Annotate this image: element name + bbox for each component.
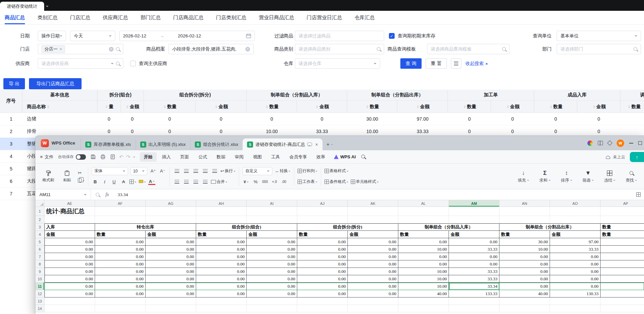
sheet-cell[interactable]: 40.00 [499,290,550,297]
sheet-cell[interactable] [601,268,644,275]
sheet-cell[interactable]: 0.00 [297,275,348,283]
sheet-cell[interactable]: 0.00 [44,268,95,275]
sheet-cell[interactable]: 0.00 [247,268,297,275]
sheet-cell[interactable]: 0.00 [499,283,550,290]
sheet-cell[interactable]: 0.00 [398,260,449,268]
sheet-cell[interactable] [348,305,398,312]
align-center-icon[interactable] [183,178,190,186]
goods-category-input[interactable]: 请选择商品类别 [295,44,384,54]
wps-menu-item-2[interactable]: 插入 [158,152,175,162]
print-icon[interactable] [100,154,105,159]
sheet-cell[interactable] [297,207,348,216]
sheet-cell[interactable]: 0.00 [398,238,449,246]
save-icon[interactable] [91,154,96,159]
sheet-cell[interactable]: 40.00 [398,290,449,297]
increase-decimal-icon[interactable]: +.0 [271,178,278,186]
sheet-cell[interactable] [601,216,644,223]
wps-ai-label[interactable]: WPS AI [340,154,356,159]
sheet-cell[interactable] [550,216,601,223]
sheet-cell[interactable]: 0.00 [95,260,146,268]
sheet-cell[interactable]: 0.00 [550,275,601,283]
sheet-cell[interactable]: 0.00 [297,268,348,275]
sheet-cell[interactable]: 97.00 [550,238,601,246]
fill-down-button[interactable]: ↓填充 [514,166,533,187]
sheet-cell[interactable]: 0.00 [44,290,95,297]
supplier-input[interactable]: 请选择供应商 [38,58,123,69]
sheet-header-cell[interactable]: 数量 [196,231,247,238]
sheet-cell[interactable] [601,238,644,246]
row-header-12[interactable]: 12 [35,290,44,297]
sortable-column-header[interactable]: 数量 [534,100,577,113]
sortable-column-header[interactable]: 数量 [448,100,491,113]
sheet-header-cell[interactable]: 转仓出库 [95,223,196,231]
sheet-cell[interactable]: 0.00 [550,253,601,260]
row-header-3[interactable]: 3 [35,223,44,231]
sheet-cell[interactable]: 0.00 [146,268,196,275]
sheet-cell[interactable] [146,305,196,312]
magnifier-icon[interactable] [96,193,99,196]
sortable-column-header[interactable]: 金额 [297,100,347,113]
sort-icon[interactable] [164,105,166,108]
date-range-picker[interactable]: 2026-02-12 → 2026-02-12 [119,31,255,41]
theme-icon[interactable] [587,140,593,146]
sheet-cell[interactable] [601,253,644,260]
sheet-cell[interactable] [348,297,398,305]
row-header-5[interactable]: 5 [35,238,44,246]
sheet-cell[interactable] [601,290,644,297]
row-header-11[interactable]: 11 [35,283,44,290]
decrease-decimal-icon[interactable]: .00 [280,178,287,186]
new-tab-button[interactable]: + [323,138,337,150]
sheet-cell[interactable]: 0.00 [348,290,398,297]
sheet-cell[interactable]: 0.00 [348,253,398,260]
wps-doc-tab-2[interactable]: S出入库明细 (5).xlsx [135,138,190,150]
department-input[interactable]: 请选择部门 [557,44,641,54]
sheet-cell[interactable]: 0.00 [196,253,247,260]
sheet-cell[interactable]: 10.00 [499,246,550,253]
valign-top-icon[interactable] [173,167,180,175]
sheet-header-cell[interactable]: 入库 [44,223,95,231]
goods-template-input[interactable]: 请选择商品查询模板 [427,44,510,54]
stock-checkbox-label[interactable]: 查询期初期末库存 [398,31,435,41]
sheet-cell[interactable] [449,207,499,216]
wps-doc-tab-1[interactable]: S库存调整单模板.xls [81,138,135,150]
row-header-7[interactable]: 7 [35,253,44,260]
font-increase-icon[interactable]: A⁺ [150,167,157,175]
sheet-cell[interactable]: 33.33 [550,246,601,253]
column-header-AM[interactable]: AM [449,200,499,207]
sheet-cell[interactable]: 0.00 [146,246,196,253]
sheet-cell[interactable] [95,305,146,312]
close-tab-icon[interactable]: × [315,142,318,147]
sortable-column-header[interactable]: 数量 [347,100,397,113]
sheet-cell[interactable] [550,305,601,312]
sheet-cell[interactable]: 0.00 [95,268,146,275]
sheet-cell[interactable]: 0.00 [449,253,499,260]
sheet-cell[interactable] [398,207,449,216]
sortable-column-header[interactable]: 数量 [144,100,195,113]
sheet-cell[interactable]: 0.00 [550,260,601,268]
align-left-icon[interactable] [173,178,180,186]
percent-icon[interactable]: % [252,178,259,186]
sheet-cell[interactable]: 33.33 [449,275,499,283]
sheet-cell[interactable]: 0.00 [297,290,348,297]
column-header-AH[interactable]: AH [196,200,247,207]
sheet-cell[interactable]: 0.00 [297,253,348,260]
sheet-cell[interactable] [499,207,550,216]
sheet-cell[interactable] [44,297,95,305]
sheet-cell[interactable]: 0.00 [95,283,146,290]
row-header-2[interactable]: 2 [35,216,44,223]
sheet-cell[interactable]: 33.33 [449,246,499,253]
sheet-cell[interactable] [297,305,348,312]
sheet-cell[interactable]: 0.00 [398,253,449,260]
font-size-select[interactable]: 10 [130,167,147,175]
sheet-cell[interactable] [95,216,146,223]
date-type-select[interactable]: 操作日期 [38,31,66,41]
sheet-cell[interactable]: 0.00 [146,260,196,268]
sheet-cell[interactable]: 0.00 [499,275,550,283]
sheet-header-cell[interactable]: 组合拆分(拆分) [297,223,398,231]
stock-checkbox[interactable]: ✓ [389,33,395,39]
font-family-select[interactable]: 宋体 [92,167,128,175]
store-multiselect[interactable]: 分店一 × × [38,44,123,54]
column-header-AF[interactable]: AF [95,200,146,207]
apps-cube-icon[interactable] [607,140,613,146]
report-tab-10[interactable]: 仓库汇总 [355,11,375,24]
